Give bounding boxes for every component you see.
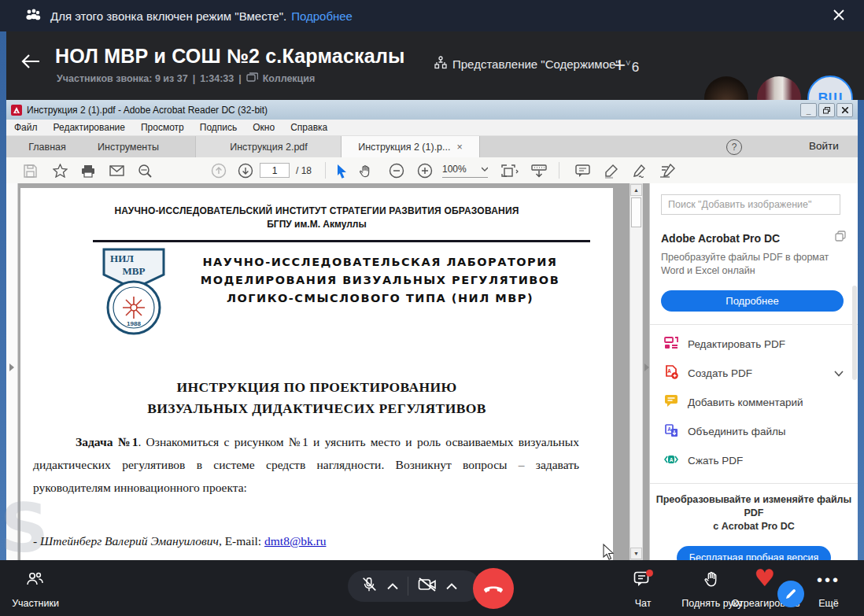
view-layout-icon — [434, 56, 447, 72]
more-label[interactable]: Ещё — [805, 598, 852, 609]
acrobat-pro-promo-title: Adobe Acrobat Pro DC — [661, 232, 847, 245]
tab-document-1[interactable]: Инструкция 2.pdf — [195, 136, 342, 157]
participants-icon[interactable] — [25, 570, 44, 591]
scroll-down-icon[interactable]: ▼ — [630, 548, 642, 559]
zoom-level-dropdown[interactable]: 100% — [442, 164, 488, 178]
back-arrow-icon[interactable] — [19, 51, 42, 75]
av-controls-pill — [348, 570, 480, 602]
call-controls-bar: Участники Чат Поднять руку ♥ Отреагирова… — [0, 560, 864, 616]
svg-text:1988: 1988 — [127, 320, 141, 327]
pdf-page[interactable]: S НАУЧНО-ИССЛЕДОВАТЕЛЬСКИЙ ИНСТИТУТ СТРА… — [20, 188, 613, 560]
tools-sidebar: Adobe Acrobat Pro DC Преобразуйте файлы … — [649, 183, 858, 560]
tab-tools[interactable]: Инструменты — [85, 136, 172, 157]
tool-create-pdf[interactable]: A Создать PDF — [650, 359, 858, 388]
chat-label[interactable]: Чат — [618, 598, 668, 609]
acrobat-toolbar: / 18 100% — [6, 157, 858, 184]
call-window: Для этого звонка включен режим "Вместе".… — [0, 0, 864, 616]
menu-edit[interactable]: Редактирование — [54, 122, 125, 133]
sign-tool-icon[interactable] — [631, 163, 647, 179]
banner-text: Для этого звонка включен режим "Вместе". — [50, 9, 286, 23]
chat-icon[interactable] — [633, 571, 651, 590]
doc-rule — [93, 240, 590, 242]
tool-search-input[interactable] — [661, 194, 840, 215]
annotate-pencil-icon[interactable] — [777, 581, 804, 607]
svg-text:НИЛ: НИЛ — [110, 253, 134, 264]
more-options-icon[interactable]: ••• — [817, 571, 840, 589]
menu-view[interactable]: Просмотр — [141, 122, 184, 133]
document-scrollbar[interactable]: ▲ ▼ — [630, 183, 643, 560]
tab-home[interactable]: Главная — [16, 136, 79, 157]
call-timer: 1:34:33 — [200, 73, 234, 84]
zoom-in-icon[interactable] — [417, 163, 433, 179]
tool-add-comment[interactable]: Добавить комментарий — [650, 388, 858, 417]
desktop-edge-left — [0, 31, 6, 560]
page-width-icon[interactable] — [529, 163, 549, 179]
tool-compress-pdf[interactable]: A Сжать PDF — [650, 446, 858, 475]
call-header: НОЛ МВР и СОШ №2 с.Кармаскалы Участников… — [0, 31, 864, 100]
mouse-cursor — [603, 544, 615, 561]
banner-more-link[interactable]: Подробнее — [291, 9, 353, 23]
mic-muted-icon[interactable] — [360, 576, 378, 596]
fit-page-icon[interactable] — [499, 163, 521, 179]
tab-close-icon[interactable]: × — [457, 142, 463, 153]
svg-text:A: A — [670, 456, 674, 462]
chevron-down-icon[interactable] — [834, 371, 844, 377]
highlight-tool-icon[interactable] — [603, 163, 618, 179]
view-mode-selector[interactable]: Представление "Содержимое" ˅ — [434, 56, 631, 72]
svg-text:МВР: МВР — [123, 265, 146, 277]
email-link[interactable]: dmt8@bk.ru — [264, 534, 326, 548]
print-icon[interactable] — [80, 163, 96, 179]
menu-sign[interactable]: Подпись — [200, 122, 238, 133]
tool-edit-pdf[interactable]: Редактировать PDF — [650, 330, 858, 359]
menu-window[interactable]: Окно — [253, 122, 275, 133]
doc-lab-title: НАУЧНО-ИССЛЕДОВАТЕЛЬСКАЯ ЛАБОРАТОРИЯ МОД… — [170, 256, 590, 304]
search-icon[interactable] — [137, 163, 153, 179]
tool-combine-files[interactable]: A Объединить файлы — [650, 417, 858, 446]
fill-sign-icon[interactable] — [659, 163, 675, 179]
watermark: S — [0, 489, 49, 567]
participants-count: Участников звонка: 9 из 37 — [57, 73, 188, 84]
menu-file[interactable]: Файл — [14, 122, 38, 133]
next-page-icon[interactable] — [238, 163, 253, 179]
tab-document-2-active[interactable]: Инструкция 2 (1).p... × — [341, 136, 480, 157]
window-title: Инструкция 2 (1).pdf - Adobe Acrobat Rea… — [27, 105, 268, 116]
doc-title-line1: ИНСТРУКЦИЯ ПО ПРОЕКТИРОВАНИЮ — [20, 379, 613, 396]
mic-options-chevron-icon[interactable] — [387, 583, 398, 590]
star-icon[interactable] — [52, 163, 68, 179]
save-icon[interactable] — [22, 163, 38, 179]
copy-pages-icon — [835, 231, 847, 245]
doc-task-paragraph: Задача №1. Ознакомиться с рисунком №1 и … — [33, 430, 579, 499]
doc-contact-1: - Штейнберг Валерий Эмануилович, E-mail:… — [33, 534, 326, 548]
acrobat-pro-promo-text: Преобразуйте файлы PDF в формат Word и E… — [661, 251, 838, 278]
collection-label[interactable]: Коллекция — [263, 73, 316, 84]
participants-label[interactable]: Участники — [8, 598, 63, 609]
page-number-input[interactable] — [260, 163, 290, 178]
minimize-button[interactable]: _ — [800, 103, 817, 117]
scrollbar-thumb[interactable] — [631, 197, 641, 227]
doc-institute-line2: БГПУ им.М. Акмуллы — [20, 219, 613, 230]
menu-help[interactable]: Справка — [290, 122, 327, 133]
help-icon[interactable]: ? — [726, 139, 742, 155]
scroll-up-icon[interactable]: ▲ — [630, 184, 642, 196]
promo-more-button[interactable]: Подробнее — [661, 290, 844, 312]
select-tool-icon[interactable] — [334, 163, 349, 179]
zoom-out-icon[interactable] — [389, 163, 404, 179]
restore-button[interactable] — [818, 103, 835, 117]
raise-hand-icon[interactable] — [703, 570, 720, 592]
camera-options-chevron-icon[interactable] — [446, 583, 457, 590]
close-icon[interactable] — [831, 7, 847, 25]
mail-icon[interactable] — [109, 163, 124, 179]
hangup-button[interactable] — [473, 568, 514, 609]
react-heart-icon[interactable]: ♥ — [754, 566, 775, 590]
more-participants-button[interactable]: + 6 — [614, 53, 639, 77]
doc-institute-line1: НАУЧНО-ИССЛЕДОВАТЕЛЬСКИЙ ИНСТИТУТ СТРАТЕ… — [20, 205, 613, 216]
hand-tool-icon[interactable] — [357, 163, 373, 179]
close-window-button[interactable] — [836, 103, 853, 117]
nav-pane-expand-icon[interactable] — [9, 363, 15, 372]
comment-tool-icon[interactable] — [574, 163, 590, 179]
camera-off-icon[interactable] — [418, 577, 437, 596]
previous-page-icon[interactable] — [211, 163, 227, 179]
sign-in-button[interactable]: Войти — [809, 140, 839, 152]
sidebar-scrollbar[interactable] — [852, 286, 857, 380]
acrobat-titlebar[interactable]: Инструкция 2 (1).pdf - Adobe Acrobat Rea… — [6, 100, 858, 120]
